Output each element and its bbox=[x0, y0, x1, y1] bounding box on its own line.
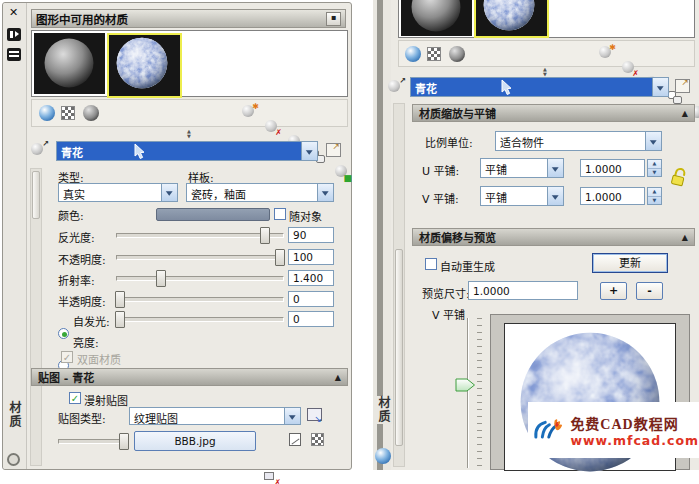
material-swatch-area-right bbox=[398, 0, 695, 38]
collapse-icon[interactable]: ▲ bbox=[682, 109, 688, 118]
refraction-value[interactable]: 1.400 bbox=[288, 270, 334, 286]
preview-zoom-in-button[interactable]: + bbox=[600, 282, 627, 300]
shininess-slider[interactable] bbox=[116, 227, 284, 243]
opacity-value[interactable]: 100 bbox=[288, 249, 334, 265]
apply-to-object-icon[interactable]: ↗ bbox=[388, 80, 403, 95]
available-materials-header[interactable]: 图形中可用的材质 ▪ bbox=[31, 9, 346, 28]
porcelain-sphere-thumb bbox=[482, 0, 536, 32]
palette-grip-sphere-icon[interactable] bbox=[375, 448, 391, 464]
material-name-select[interactable]: 青花 ▼ bbox=[410, 77, 669, 97]
spin-down-icon: ▼ bbox=[648, 168, 661, 177]
collapse-icon[interactable]: ▲ bbox=[335, 373, 341, 382]
material-name-select[interactable]: 青花 ▼ bbox=[56, 141, 318, 161]
material-swatch-qinghua-right[interactable] bbox=[474, 0, 549, 38]
create-material-icon[interactable]: ✱ bbox=[599, 46, 614, 61]
chevron-down-icon[interactable]: ▼ bbox=[547, 159, 563, 177]
right-scrollbar-thumb[interactable] bbox=[395, 249, 403, 446]
chevron-down-icon[interactable]: ▼ bbox=[317, 184, 333, 201]
map-settings-icon[interactable]: ↘ bbox=[307, 408, 322, 421]
material-name-value: 青花 bbox=[411, 78, 652, 96]
map-type-select[interactable]: 纹理贴图▼ bbox=[129, 407, 301, 425]
v-tile-mode-select[interactable]: 平铺▼ bbox=[480, 186, 564, 206]
scale-unit-select[interactable]: 适合物件▼ bbox=[495, 131, 662, 151]
create-material-icon[interactable]: ✱ bbox=[242, 105, 257, 120]
v-tile-spinner[interactable]: ▲▼ bbox=[647, 187, 662, 205]
panel-collapse-button[interactable]: ▪ bbox=[326, 12, 341, 26]
template-select[interactable]: 瓷砖，釉面▼ bbox=[186, 183, 334, 202]
translucency-slider[interactable] bbox=[116, 291, 284, 307]
preview-map-icon[interactable] bbox=[289, 433, 301, 446]
left-panel-scrollbar[interactable] bbox=[30, 168, 42, 466]
checkered-background-icon[interactable] bbox=[61, 106, 75, 120]
u-tile-spinner[interactable]: ▲▼ bbox=[647, 159, 662, 177]
v-tile-slider-handle[interactable] bbox=[455, 378, 476, 392]
chevron-down-icon[interactable]: ▼ bbox=[547, 187, 563, 205]
translucency-value[interactable]: 0 bbox=[288, 291, 334, 307]
spin-down-icon: ▼ bbox=[648, 196, 661, 205]
translucency-label: 半透明度: bbox=[58, 293, 106, 309]
opacity-slider[interactable] bbox=[116, 249, 284, 265]
splitter-handle[interactable]: ▲ ▼ bbox=[181, 129, 197, 141]
update-button[interactable]: 更新 bbox=[592, 253, 668, 273]
purge-material-icon[interactable]: ✗ bbox=[622, 61, 637, 76]
shininess-label: 反光度: bbox=[58, 229, 95, 245]
autohide-icon[interactable] bbox=[7, 28, 21, 41]
swatch-toolbar-right: ✱ ✗ ✓ ■ bbox=[398, 40, 695, 67]
self-illumination-value[interactable]: 0 bbox=[288, 311, 334, 327]
chevron-down-icon[interactable]: ▼ bbox=[652, 78, 668, 96]
palette-grip-icon[interactable] bbox=[7, 453, 20, 466]
swatch-lighting-sphere-icon[interactable] bbox=[83, 105, 99, 121]
map-blend-slider[interactable] bbox=[58, 433, 126, 449]
apply-to-object-icon[interactable]: ↗ bbox=[31, 143, 46, 158]
lock-uv-icon[interactable] bbox=[669, 166, 689, 188]
diffuse-map-checkbox[interactable]: ✓ bbox=[69, 392, 81, 404]
map-channel-icon[interactable] bbox=[311, 433, 324, 446]
gray-sphere-thumb bbox=[409, 0, 463, 34]
export-material-icon[interactable]: ↗ bbox=[675, 79, 690, 93]
shininess-value[interactable]: 90 bbox=[288, 227, 334, 243]
chevron-down-icon[interactable]: ▼ bbox=[161, 184, 177, 201]
close-icon[interactable]: ✕ bbox=[9, 6, 18, 19]
v-tile-slider-track[interactable] bbox=[467, 318, 469, 468]
swatch-toolbar: ✱ ✗ ✓ ■ bbox=[31, 99, 348, 127]
self-illumination-radio[interactable] bbox=[58, 328, 69, 339]
type-select[interactable]: 真实▼ bbox=[58, 183, 178, 202]
select-objects-with-material-icon[interactable]: ■ bbox=[335, 165, 350, 180]
color-swatch-button[interactable] bbox=[156, 208, 270, 221]
by-object-label: 随对象 bbox=[289, 208, 322, 224]
left-scrollbar-thumb[interactable] bbox=[32, 171, 40, 219]
palette-tab-materials[interactable]: 材质 bbox=[6, 401, 23, 429]
u-tile-value[interactable]: 1.0000 bbox=[580, 159, 645, 177]
collapse-icon[interactable]: ▲ bbox=[682, 233, 688, 242]
v-tile-value[interactable]: 1.0000 bbox=[580, 187, 645, 205]
offset-preview-section-header[interactable]: 材质偏移与预览 ▲ bbox=[412, 228, 695, 246]
map-section-header[interactable]: 贴图 - 青花 ▲ bbox=[31, 368, 348, 386]
material-swatch-global[interactable] bbox=[34, 33, 105, 94]
preview-size-value[interactable]: 1.0000 bbox=[468, 281, 578, 300]
purge-material-icon[interactable]: ✗ bbox=[265, 120, 280, 135]
u-tile-mode-select[interactable]: 平铺▼ bbox=[480, 158, 564, 178]
material-swatch-qinghua[interactable] bbox=[107, 33, 182, 98]
export-material-icon[interactable]: ↗ bbox=[326, 143, 341, 157]
chevron-down-icon[interactable]: ▼ bbox=[301, 142, 317, 160]
right-panel-scrollbar[interactable] bbox=[393, 103, 405, 467]
checkered-background-icon[interactable] bbox=[427, 47, 441, 61]
swatch-lighting-sphere-icon[interactable] bbox=[449, 46, 465, 62]
scale-tile-section-header[interactable]: 材质缩放与平铺 ▲ bbox=[412, 104, 695, 122]
two-sided-label: 双面材质 bbox=[77, 351, 121, 367]
swatch-geometry-sphere-icon[interactable] bbox=[39, 105, 55, 121]
delete-map-icon[interactable]: ✗ bbox=[264, 470, 279, 484]
color-by-object-checkbox[interactable] bbox=[274, 208, 286, 220]
texture-file-button[interactable]: BBB.jpg bbox=[134, 431, 256, 451]
properties-icon[interactable] bbox=[7, 48, 21, 61]
auto-regen-checkbox[interactable] bbox=[425, 258, 437, 270]
preview-zoom-out-button[interactable]: - bbox=[636, 282, 663, 300]
refraction-slider[interactable] bbox=[116, 270, 284, 286]
swatch-geometry-sphere-icon[interactable] bbox=[405, 46, 421, 62]
material-swatch-global-right[interactable] bbox=[401, 0, 472, 36]
material-name-value: 青花 bbox=[57, 142, 301, 160]
palette-tab-materials-right[interactable]: 材质 bbox=[375, 396, 392, 424]
self-illumination-slider[interactable] bbox=[116, 311, 284, 327]
chevron-down-icon[interactable]: ▼ bbox=[284, 408, 300, 424]
chevron-down-icon[interactable]: ▼ bbox=[645, 132, 661, 150]
